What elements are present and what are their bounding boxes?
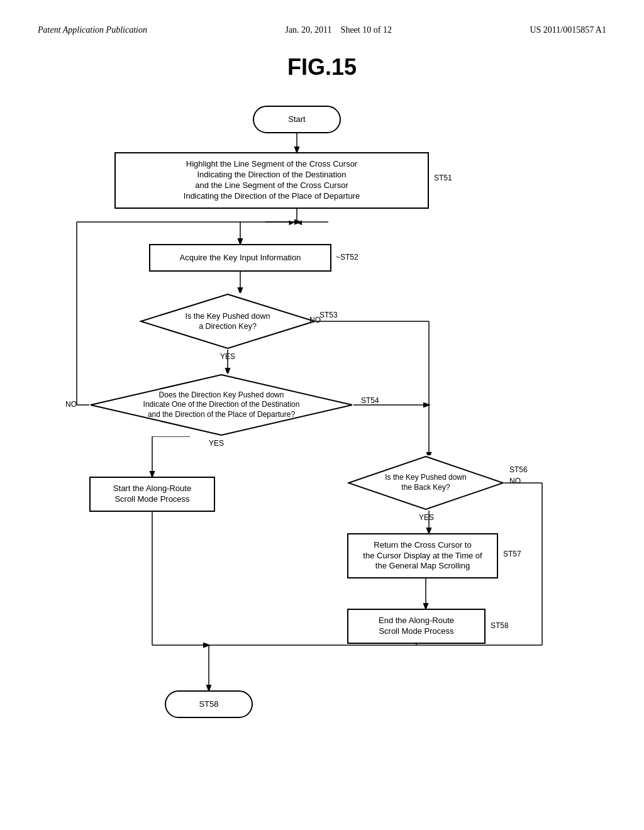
st58-box: End the Along-RouteScroll Mode Process [347,609,486,644]
st53-yes-label: YES [220,352,235,361]
st57-box: Return the Cross Cursor tothe Cursor Dis… [347,533,498,578]
st55-box: Start the Along-RouteScroll Mode Process [89,477,215,512]
st56-diamond: Is the Key Pushed downthe Back Key? [347,455,504,511]
st54-label: ST54 [361,396,379,405]
st56-yes-label: YES [419,513,434,522]
st54-no-label: NO [65,400,77,409]
st54-yes-label: YES [209,439,224,448]
end-node: ST58 [165,690,253,718]
st56-no-label: NO [509,477,521,485]
flowchart: Start Highlight the Line Segment of the … [52,106,592,785]
header: Patent Application Publication Jan. 20, … [38,25,606,35]
st53-label: ST53 [319,311,338,319]
st54-diamond: Does the Direction Key Pushed downIndica… [89,374,353,436]
st52-box: Acquire the Key Input Information [149,244,331,272]
st57-label: ST57 [503,550,521,558]
st51-label: ST51 [434,174,452,182]
st52-label: ~ST52 [336,253,358,262]
start-node: Start [253,106,341,133]
st53-no-label: NO [309,316,321,324]
page: Patent Application Publication Jan. 20, … [0,0,644,830]
st51-box: Highlight the Line Segment of the Cross … [114,152,429,209]
header-patent-num: US 2011/0015857 A1 [530,25,606,35]
st58-label: ST58 [491,621,509,630]
header-publication: Patent Application Publication [38,25,147,35]
st56-label: ST56 [509,465,528,474]
fig-title: FIG.15 [38,54,606,80]
header-date-sheet: Jan. 20, 2011 Sheet 10 of 12 [285,25,391,35]
st53-diamond: Is the Key Pushed downa Direction Key? [140,293,316,350]
